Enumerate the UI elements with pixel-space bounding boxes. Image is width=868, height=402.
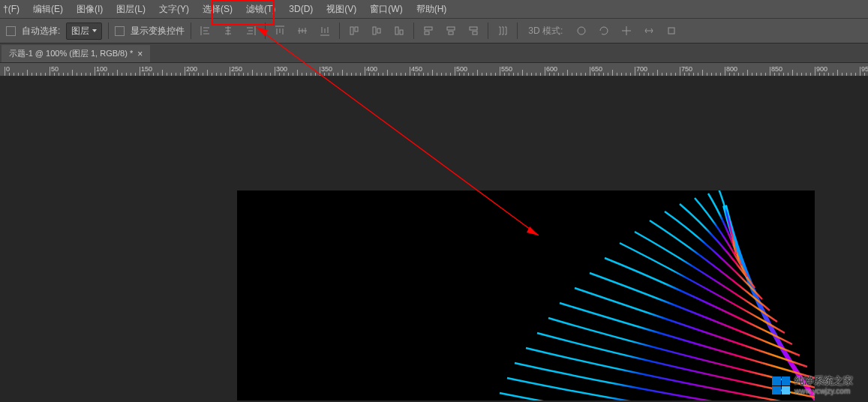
document-image xyxy=(237,190,815,400)
watermark-url: www.ycwjzy.com xyxy=(794,387,853,396)
ruler-label: 400 xyxy=(366,65,377,73)
ruler-label: 550 xyxy=(501,65,512,73)
slide-icon[interactable] xyxy=(641,22,657,39)
align-center-h-icon[interactable] xyxy=(220,22,236,39)
svg-rect-11 xyxy=(473,32,477,34)
document-tabstrip: 示题-1 @ 100% (图层 1, RGB/8) * × xyxy=(0,44,868,63)
menu-filter[interactable]: 滤镜(T) xyxy=(239,0,282,18)
horizontal-ruler: 0501001502002503003504004505005506006507… xyxy=(0,63,868,76)
menu-window[interactable]: 窗口(W) xyxy=(363,0,409,18)
ruler-label: 900 xyxy=(816,65,827,73)
auto-select-dropdown[interactable]: 图层 xyxy=(66,22,102,40)
distribute-bottom-icon[interactable] xyxy=(391,22,407,39)
svg-rect-10 xyxy=(470,27,477,30)
ruler-label: 650 xyxy=(591,65,602,73)
watermark: 纯净系统之家 www.ycwjzy.com xyxy=(764,369,860,402)
ruler-label: 350 xyxy=(321,65,332,73)
ruler-label: 950 xyxy=(861,65,868,73)
rotate-icon[interactable] xyxy=(596,22,612,39)
ruler-label: 800 xyxy=(726,65,737,73)
align-center-v-icon[interactable] xyxy=(294,22,311,39)
ruler-label: 100 xyxy=(96,65,107,73)
ruler-label: 750 xyxy=(681,65,692,73)
document-tab[interactable]: 示题-1 @ 100% (图层 1, RGB/8) * × xyxy=(2,45,150,62)
orbit-icon[interactable] xyxy=(573,22,590,39)
svg-rect-8 xyxy=(447,27,455,30)
auto-select-label: 自动选择: xyxy=(22,25,60,38)
options-bar: 自动选择: 图层 显示变换控件 3D 模式: xyxy=(0,18,868,44)
document-tab-title: 示题-1 @ 100% (图层 1, RGB/8) * xyxy=(9,48,133,59)
ruler-label: 150 xyxy=(141,65,152,73)
separator xyxy=(265,22,266,39)
svg-rect-0 xyxy=(350,27,353,34)
separator xyxy=(413,22,414,39)
watermark-logo-icon xyxy=(772,376,790,394)
distribute-center-v-icon[interactable] xyxy=(368,22,385,39)
separator xyxy=(517,22,518,39)
align-top-icon[interactable] xyxy=(272,22,288,39)
distribute-center-h-icon[interactable] xyxy=(443,22,459,39)
svg-rect-5 xyxy=(400,30,403,34)
pan-icon[interactable] xyxy=(618,22,635,39)
ruler-label: 300 xyxy=(276,65,287,73)
svg-point-12 xyxy=(578,27,585,34)
mode3d-label: 3D 模式: xyxy=(524,25,567,38)
canvas-area[interactable] xyxy=(0,76,868,402)
auto-select-value: 图层 xyxy=(71,25,89,38)
ruler-label: 850 xyxy=(771,65,782,73)
svg-rect-3 xyxy=(377,28,380,33)
ruler-label: 50 xyxy=(51,65,59,73)
separator xyxy=(191,22,191,39)
menu-select[interactable]: 选择(S) xyxy=(196,0,239,18)
separator xyxy=(108,22,109,39)
menu-3d[interactable]: 3D(D) xyxy=(282,0,320,18)
scale-icon[interactable] xyxy=(663,22,680,39)
ruler-label: 600 xyxy=(546,65,557,73)
menu-image[interactable]: 图像(I) xyxy=(70,0,110,18)
separator xyxy=(339,22,340,39)
separator xyxy=(488,22,488,39)
menu-bar: †(F) 编辑(E) 图像(I) 图层(L) 文字(Y) 选择(S) 滤镜(T)… xyxy=(0,0,868,18)
watermark-title: 纯净系统之家 xyxy=(794,375,853,387)
ruler-label: 500 xyxy=(456,65,467,73)
distribute-left-icon[interactable] xyxy=(420,22,437,39)
ruler-label: 700 xyxy=(636,65,647,73)
svg-rect-13 xyxy=(668,28,674,34)
align-bottom-icon[interactable] xyxy=(317,22,333,39)
menu-layer[interactable]: 图层(L) xyxy=(110,0,152,18)
distribute-top-icon[interactable] xyxy=(346,22,362,39)
show-transform-label: 显示变换控件 xyxy=(131,25,185,38)
ruler-label: 450 xyxy=(411,65,422,73)
distribute-right-icon[interactable] xyxy=(465,22,482,39)
svg-rect-7 xyxy=(425,32,429,34)
ruler-label: 0 xyxy=(6,65,10,73)
svg-rect-9 xyxy=(449,32,453,34)
svg-rect-4 xyxy=(395,27,398,34)
close-icon[interactable]: × xyxy=(137,50,143,58)
align-right-icon[interactable] xyxy=(242,22,259,39)
distribute-spacing-icon[interactable] xyxy=(494,22,511,39)
svg-rect-2 xyxy=(373,27,376,34)
show-transform-checkbox[interactable] xyxy=(115,26,125,36)
ruler-label: 250 xyxy=(231,65,242,73)
align-left-icon[interactable] xyxy=(197,22,214,39)
chevron-down-icon xyxy=(92,29,97,32)
menu-view[interactable]: 视图(V) xyxy=(320,0,363,18)
menu-edit[interactable]: 编辑(E) xyxy=(26,0,70,18)
svg-rect-6 xyxy=(425,27,432,30)
menu-file[interactable]: †(F) xyxy=(3,0,26,18)
auto-select-checkbox[interactable] xyxy=(6,26,16,36)
feather-artwork xyxy=(350,190,815,400)
menu-type[interactable]: 文字(Y) xyxy=(152,0,196,18)
svg-rect-1 xyxy=(355,27,358,32)
menu-help[interactable]: 帮助(H) xyxy=(410,0,454,18)
ruler-label: 200 xyxy=(186,65,197,73)
